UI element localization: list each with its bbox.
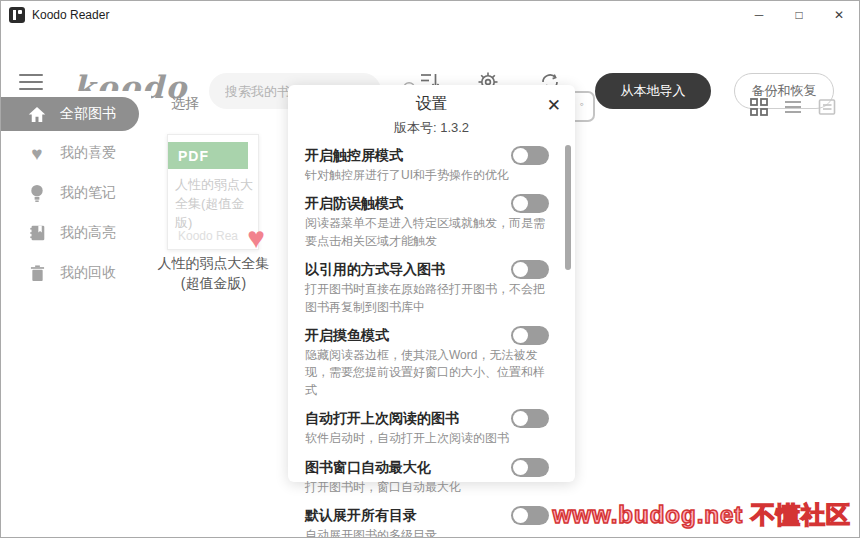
sidebar-item-all-books[interactable]: 全部图书 bbox=[1, 97, 139, 131]
app-logo-icon bbox=[9, 7, 25, 23]
window-title: Koodo Reader bbox=[32, 8, 109, 22]
dialog-scrollbar[interactable] bbox=[565, 145, 571, 270]
window-controls: ─ □ ✕ bbox=[739, 1, 859, 29]
minimize-button[interactable]: ─ bbox=[739, 1, 779, 29]
toggle-switch[interactable] bbox=[511, 260, 549, 279]
sidebar-item-label: 我的高亮 bbox=[60, 224, 116, 242]
detail-view-icon[interactable] bbox=[817, 97, 837, 121]
setting-desc: 打开图书时，窗口自动最大化 bbox=[305, 479, 549, 496]
trash-icon bbox=[27, 265, 47, 282]
sidebar-item-label: 我的喜爱 bbox=[60, 144, 116, 162]
cover-title: 人性的弱点大全集(超值金版) bbox=[175, 176, 255, 233]
sidebar-item-notes[interactable]: 我的笔记 bbox=[1, 176, 139, 210]
setting-row-open-last-book: 自动打开上次阅读的图书 软件启动时，自动打开上次阅读的图书 bbox=[305, 408, 549, 447]
sidebar-item-label: 我的笔记 bbox=[60, 184, 116, 202]
setting-desc: 隐藏阅读器边框，使其混入Word，无法被发现，需要您提前设置好窗口的大小、位置和… bbox=[305, 347, 549, 399]
setting-row-mistouch-mode: 开启防误触模式 阅读器菜单不是进入特定区域就触发，而是需要点击相关区域才能触发 bbox=[305, 193, 549, 250]
book-title: 人性的弱点大全集(超值金版) bbox=[151, 254, 276, 293]
home-icon bbox=[27, 106, 47, 123]
format-badge: PDF bbox=[168, 142, 248, 169]
settings-dialog: 设置 版本号: 1.3.2 ✕ 开启触控屏模式 针对触控屏进行了UI和手势操作的… bbox=[288, 85, 575, 482]
view-switcher bbox=[749, 97, 837, 121]
grid-view-icon[interactable] bbox=[749, 97, 769, 121]
title-bar: Koodo Reader ─ □ ✕ bbox=[1, 1, 859, 29]
toolbar: koodo 从本地导入 备份和恢复 bbox=[1, 29, 859, 91]
setting-desc: 打开图书时直接在原始路径打开图书，不会把图书再复制到图书库中 bbox=[305, 281, 549, 316]
setting-row-stealth-mode: 开启摸鱼模式 隐藏阅读器边框，使其混入Word，无法被发现，需要您提前设置好窗口… bbox=[305, 325, 549, 399]
maximize-button[interactable]: □ bbox=[779, 1, 819, 29]
toggle-switch[interactable] bbox=[511, 458, 549, 477]
settings-list: 开启触控屏模式 针对触控屏进行了UI和手势操作的优化 开启防误触模式 阅读器菜单… bbox=[288, 137, 575, 538]
koodo-reader-window: Koodo Reader ─ □ ✕ koodo 从本地导入 备份和恢复 bbox=[0, 0, 860, 538]
sidebar-item-favorites[interactable]: ♥ 我的喜爱 bbox=[1, 136, 139, 170]
toggle-switch[interactable] bbox=[511, 506, 549, 525]
book-cover-card[interactable]: PDF 人性的弱点大全集(超值金版) Koodo Rea ♥ bbox=[167, 134, 259, 250]
setting-row-touch-mode: 开启触控屏模式 针对触控屏进行了UI和手势操作的优化 bbox=[305, 145, 549, 184]
close-dialog-icon[interactable]: ✕ bbox=[547, 97, 561, 114]
toggle-switch[interactable] bbox=[511, 146, 549, 165]
notebook-icon bbox=[27, 224, 47, 242]
dialog-version: 版本号: 1.3.2 bbox=[288, 119, 575, 137]
toggle-switch[interactable] bbox=[511, 326, 549, 345]
import-local-button[interactable]: 从本地导入 bbox=[595, 73, 711, 109]
toggle-switch[interactable] bbox=[511, 409, 549, 428]
setting-row-expand-toc: 默认展开所有目录 自动展开图书的多级目录 bbox=[305, 505, 549, 538]
setting-row-auto-maximize: 图书窗口自动最大化 打开图书时，窗口自动最大化 bbox=[305, 457, 549, 496]
heart-icon: ♥ bbox=[27, 144, 47, 163]
sidebar-item-trash[interactable]: 我的回收 bbox=[1, 256, 139, 290]
site-watermark: www.budog.net 不懂社区 bbox=[553, 499, 851, 531]
dialog-title: 设置 bbox=[288, 85, 575, 115]
select-label[interactable]: 选择 bbox=[171, 95, 199, 113]
setting-desc: 阅读器菜单不是进入特定区域就触发，而是需要点击相关区域才能触发 bbox=[305, 215, 549, 250]
menu-icon[interactable] bbox=[19, 74, 43, 92]
sidebar-item-label: 全部图书 bbox=[60, 105, 116, 123]
sidebar-item-label: 我的回收 bbox=[60, 264, 116, 282]
sidebar: 全部图书 ♥ 我的喜爱 我的笔记 我的高亮 我的回收 bbox=[1, 91, 151, 538]
setting-row-import-by-reference: 以引用的方式导入图书 打开图书时直接在原始路径打开图书，不会把图书再复制到图书库… bbox=[305, 259, 549, 316]
setting-desc: 自动展开图书的多级目录 bbox=[305, 527, 549, 538]
toggle-switch[interactable] bbox=[511, 194, 549, 213]
setting-desc: 针对触控屏进行了UI和手势操作的优化 bbox=[305, 167, 549, 184]
close-window-button[interactable]: ✕ bbox=[819, 1, 859, 29]
list-view-icon[interactable] bbox=[783, 97, 803, 121]
idea-icon bbox=[27, 184, 47, 203]
setting-desc: 软件启动时，自动打开上次阅读的图书 bbox=[305, 430, 549, 447]
sidebar-item-highlights[interactable]: 我的高亮 bbox=[1, 216, 139, 250]
favorite-heart-icon[interactable]: ♥ bbox=[247, 223, 265, 253]
cover-watermark: Koodo Rea bbox=[178, 229, 238, 243]
